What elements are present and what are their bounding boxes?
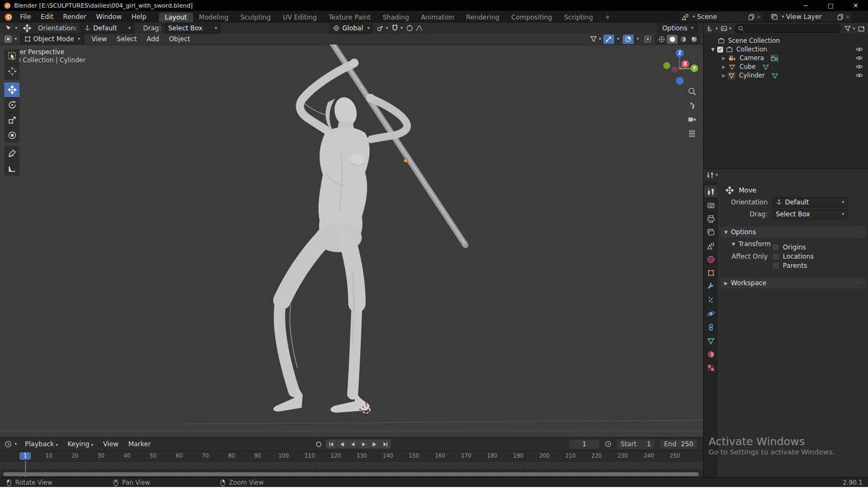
- shading-rendered-button[interactable]: [688, 35, 699, 44]
- gizmos-toggle[interactable]: [603, 35, 614, 44]
- active-tool-dropdown[interactable]: [4, 24, 17, 33]
- pivot-point-dropdown[interactable]: [376, 24, 388, 32]
- expand-arrow-icon[interactable]: ▼: [711, 47, 714, 52]
- blender-menu-icon[interactable]: [4, 13, 12, 21]
- play-button[interactable]: [359, 440, 369, 448]
- properties-tab-world[interactable]: [704, 253, 717, 265]
- view-menu[interactable]: View: [98, 440, 123, 448]
- start-frame-field[interactable]: Start 1: [616, 439, 655, 450]
- hide-toggle[interactable]: [856, 54, 863, 62]
- tool-move[interactable]: [4, 82, 20, 98]
- playhead-line[interactable]: [25, 460, 26, 478]
- close-button[interactable]: ✕: [843, 0, 868, 11]
- next-keyframe-button[interactable]: [369, 440, 380, 448]
- tool-scale[interactable]: [4, 113, 20, 128]
- overlays-toggle[interactable]: [623, 35, 634, 44]
- jump-to-start-button[interactable]: [326, 440, 337, 448]
- workspace-tab[interactable]: Animation: [415, 12, 460, 22]
- workspace-tab[interactable]: Sculpting: [234, 12, 277, 22]
- properties-tab-object[interactable]: [704, 267, 717, 279]
- falloff-curve-icon[interactable]: [415, 24, 423, 32]
- expand-arrow-icon[interactable]: ▶: [722, 73, 725, 78]
- timeline-ruler[interactable]: 1020304050607080901001101201301401501601…: [0, 451, 703, 461]
- editor-type-dropdown[interactable]: [4, 440, 17, 448]
- options-section-header[interactable]: ▼ Options: [720, 227, 866, 237]
- orientation-dropdown[interactable]: Default: [80, 23, 135, 34]
- new-view-layer-icon[interactable]: [837, 14, 844, 20]
- hide-toggle[interactable]: [856, 72, 863, 79]
- outliner-filter-options-dropdown[interactable]: [844, 25, 855, 32]
- workspace-tab[interactable]: Modeling: [193, 12, 235, 22]
- marker-menu[interactable]: Marker: [123, 440, 155, 448]
- expand-arrow-icon[interactable]: ▶: [722, 56, 725, 61]
- workspace-tab[interactable]: Texture Paint: [323, 12, 376, 22]
- use-preview-range-clock-icon[interactable]: [604, 440, 612, 448]
- properties-tab-constraints[interactable]: [704, 321, 717, 333]
- properties-tab-scene[interactable]: [704, 240, 717, 252]
- workspace-section-header[interactable]: ▶ Workspace: [720, 278, 866, 288]
- orientation-dropdown[interactable]: Default: [772, 197, 848, 208]
- properties-tab-tool[interactable]: [704, 185, 717, 197]
- pan-hand-icon[interactable]: [687, 101, 697, 110]
- proportional-editing-icon[interactable]: [406, 24, 413, 32]
- properties-tab-output[interactable]: [704, 213, 717, 224]
- snap-toggle[interactable]: [391, 24, 403, 32]
- menu-item[interactable]: Render: [58, 13, 91, 21]
- scene-selector[interactable]: Scene ✕: [679, 11, 764, 22]
- menu-item[interactable]: Window: [91, 13, 126, 21]
- remove-view-layer-icon[interactable]: ✕: [846, 14, 850, 20]
- workspace-tab[interactable]: Compositing: [505, 12, 558, 22]
- mode-dropdown[interactable]: Object Mode: [20, 34, 85, 44]
- camera-view-icon[interactable]: [687, 115, 697, 124]
- workspace-tab[interactable]: UV Editing: [277, 12, 323, 22]
- workspace-tab[interactable]: Rendering: [460, 12, 505, 22]
- menu-item[interactable]: Help: [126, 13, 151, 21]
- gizmos-dropdown[interactable]: [614, 35, 621, 44]
- shading-solid-button[interactable]: [667, 35, 678, 44]
- editor-type-dropdown[interactable]: [4, 35, 17, 43]
- auto-keyframe-record-icon[interactable]: [315, 440, 323, 448]
- timeline-channel-area[interactable]: [0, 461, 703, 470]
- new-scene-icon[interactable]: [748, 14, 755, 20]
- object-visibility-dropdown[interactable]: [590, 35, 601, 43]
- properties-tab-render[interactable]: [704, 199, 717, 211]
- timeline-scrollbar[interactable]: [3, 472, 699, 476]
- current-frame-field[interactable]: 1: [569, 439, 600, 450]
- hide-toggle[interactable]: [856, 63, 863, 70]
- end-frame-field[interactable]: End 250: [660, 439, 698, 450]
- properties-tab-modifiers[interactable]: [704, 280, 717, 292]
- maximize-button[interactable]: □: [818, 0, 843, 11]
- menu-item[interactable]: Edit: [36, 13, 58, 21]
- xray-toggle[interactable]: [642, 35, 653, 43]
- menu-item[interactable]: File: [15, 13, 36, 21]
- outliner-row-scene-collection[interactable]: Scene Collection: [704, 36, 868, 45]
- jump-to-end-button[interactable]: [380, 440, 391, 448]
- new-collection-icon[interactable]: [858, 25, 865, 33]
- playhead-badge[interactable]: 1: [20, 452, 31, 460]
- workspace-tab[interactable]: Layout: [159, 12, 193, 22]
- tool-measure[interactable]: [4, 161, 20, 176]
- outliner-row-cube[interactable]: ▶ Cube: [704, 62, 868, 71]
- hide-toggle[interactable]: [856, 46, 863, 53]
- unlink-scene-icon[interactable]: ✕: [757, 14, 761, 20]
- minimize-button[interactable]: ─: [793, 0, 818, 11]
- checkbox[interactable]: [772, 243, 780, 251]
- workspace-tab[interactable]: Shading: [376, 12, 415, 22]
- shading-wireframe-button[interactable]: [656, 35, 667, 44]
- previous-keyframe-button[interactable]: [337, 440, 348, 448]
- play-reverse-button[interactable]: [348, 440, 359, 448]
- viewport-menu-item[interactable]: Select: [112, 35, 142, 43]
- viewport-menu-item[interactable]: View: [87, 35, 112, 43]
- view-layer-selector[interactable]: View Layer ✕: [768, 11, 853, 22]
- tool-select-box[interactable]: [4, 49, 20, 64]
- drag-dropdown[interactable]: Select Box: [164, 23, 221, 34]
- zoom-icon[interactable]: [687, 87, 697, 96]
- transform-orientation-dropdown[interactable]: Global: [329, 23, 373, 34]
- properties-tab-material[interactable]: [704, 348, 717, 360]
- perspective-toggle-icon[interactable]: [687, 129, 697, 138]
- properties-tab-particles[interactable]: [704, 294, 717, 306]
- viewport-menu-item[interactable]: Add: [142, 35, 164, 43]
- properties-tab-texture[interactable]: [704, 362, 717, 374]
- workspace-tab[interactable]: Scripting: [558, 12, 599, 22]
- outliner-row-cylinder[interactable]: ▶ Cylinder: [704, 71, 868, 80]
